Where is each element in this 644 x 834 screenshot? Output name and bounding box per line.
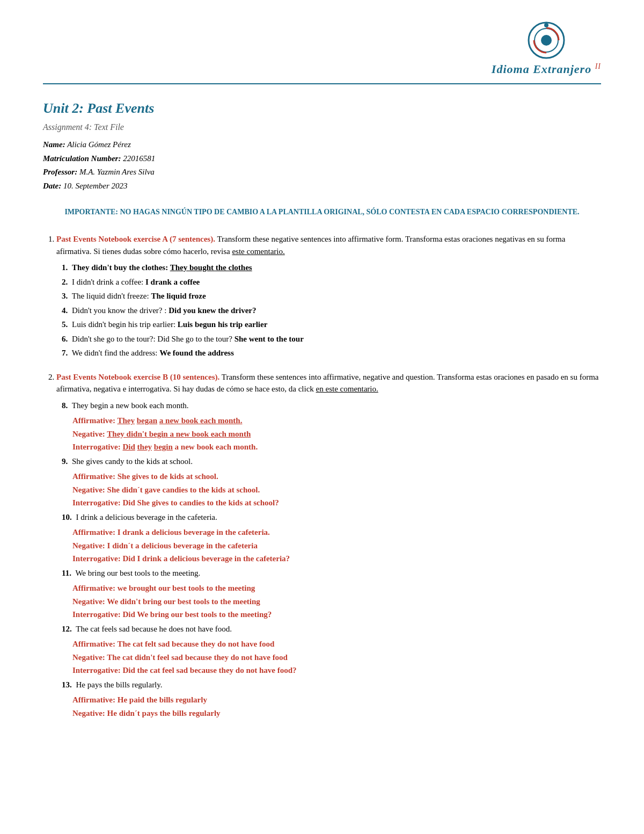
name-label: Name: [43, 140, 65, 149]
matriculation-value: 22016581 [123, 154, 155, 163]
uveg-logo-icon [528, 21, 565, 59]
svg-point-3 [544, 23, 548, 27]
list-item: 9. She gives candy to the kids at school… [62, 455, 601, 509]
name-value: Alicia Gómez Pérez [67, 140, 131, 149]
item-12-answers: Affirmative: The cat felt sad because th… [62, 638, 601, 677]
header: Idioma Extranjero II [43, 21, 601, 78]
date-value: 10. September 2023 [63, 182, 128, 190]
date-label: Date: [43, 182, 61, 190]
list-item: 12. The cat feels sad because he does no… [62, 623, 601, 677]
header-divider [43, 83, 601, 84]
professor-label: Professor: [43, 168, 77, 176]
exercise-1-link[interactable]: este comentario. [232, 247, 284, 256]
list-item: 11. We bring our best tools to the meeti… [62, 567, 601, 621]
important-notice: IMPORTANTE: NO HAGAS NINGÚN TIPO DE CAMB… [43, 206, 601, 218]
svg-point-2 [541, 35, 552, 46]
logo-super: II [595, 62, 601, 70]
list-item: 8. They begin a new book each month. Aff… [62, 400, 601, 453]
logo-area: Idioma Extranjero II [492, 21, 601, 78]
exercise-2: Past Events Notebook exercise B (10 sent… [56, 371, 601, 720]
item-8-answers: Affirmative: They began a new book each … [62, 415, 601, 453]
matriculation-label: Matriculation Number: [43, 154, 121, 163]
list-item: 13. He pays the bills regularly. Affirma… [62, 679, 601, 720]
item-9-answers: Affirmative: She gives to de kids at sch… [62, 470, 601, 509]
meta-info: Name: Alicia Gómez Pérez Matriculation N… [43, 138, 601, 193]
unit-title: Unit 2: Past Events [43, 98, 601, 119]
item-11-answers: Affirmative: we brought our best tools t… [62, 582, 601, 621]
exercise-2-items: 8. They begin a new book each month. Aff… [56, 400, 601, 720]
item-10-answers: Affirmative: I drank a delicious beverag… [62, 526, 601, 565]
logo-tagline: Idioma Extranjero II [492, 60, 601, 78]
list-item: 4. Didn't you know the driver? : Did you… [62, 304, 601, 317]
list-item: 3. The liquid didn't freeze: The liquid … [62, 290, 601, 302]
list-item: 7. We didn't find the address: We found … [62, 347, 601, 359]
main-exercise-list: Past Events Notebook exercise A (7 sente… [43, 233, 601, 719]
item-13-answers: Affirmative: He paid the bills regularly… [62, 694, 601, 719]
list-item: 1. They didn't buy the clothes: They bou… [62, 262, 601, 274]
list-item: 2. I didn't drink a coffee: I drank a co… [62, 276, 601, 288]
list-item: 6. Didn't she go to the tour?: Did She g… [62, 333, 601, 345]
list-item: 5. Luis didn't begin his trip earlier: L… [62, 318, 601, 331]
exercise-2-label: Past Events Notebook exercise B (10 sent… [56, 373, 219, 381]
exercise-2-link[interactable]: en este comentario. [316, 385, 378, 393]
list-item: 10. I drink a delicious beverage in the … [62, 511, 601, 565]
exercise-1-items: 1. They didn't buy the clothes: They bou… [56, 262, 601, 359]
assignment-title: Assignment 4: Text File [43, 121, 601, 134]
exercise-1-label: Past Events Notebook exercise A (7 sente… [56, 235, 215, 243]
exercise-1: Past Events Notebook exercise A (7 sente… [56, 233, 601, 359]
professor-value: M.A. Yazmin Ares Silva [79, 168, 155, 176]
